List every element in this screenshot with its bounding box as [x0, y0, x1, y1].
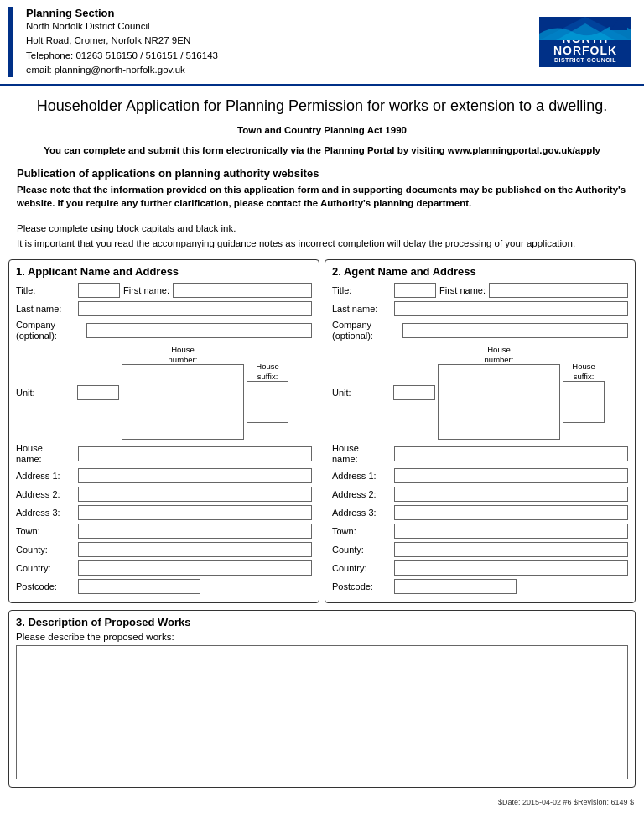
agent-town-row: Town: — [332, 524, 628, 539]
instruction-line2: It is important that you read the accomp… — [17, 237, 627, 251]
agent-company-row: Company(optional): — [332, 320, 628, 341]
section2-agent: 2. Agent Name and Address Title: First n… — [325, 259, 636, 604]
agent-company-input[interactable] — [402, 323, 628, 338]
agent-house-suffix-input[interactable] — [563, 381, 605, 423]
logo-graphic — [539, 17, 631, 40]
page-footer: $Date: 2015-04-02 #6 $Revision: 6149 $ — [0, 795, 644, 810]
agent-address3-input[interactable] — [394, 505, 628, 520]
applicant-postcode-input[interactable] — [78, 579, 200, 594]
publication-heading: Publication of applications on planning … — [17, 167, 627, 180]
section1-heading: 1. Applicant Name and Address — [16, 265, 312, 278]
instruction-line1: Please complete using block capitals and… — [17, 222, 627, 236]
applicant-housename-input[interactable] — [78, 446, 312, 461]
agent-title-input[interactable] — [394, 283, 436, 298]
agent-postcode-row: Postcode: — [332, 579, 628, 594]
applicant-house-suffix-label: Housesuffix: — [256, 362, 278, 381]
page-title: Householder Application for Planning Per… — [0, 86, 644, 122]
publication-section: Publication of applications on planning … — [0, 162, 644, 216]
applicant-county-label: County: — [16, 545, 75, 555]
applicant-title-input[interactable] — [78, 283, 120, 298]
agent-country-input[interactable] — [394, 560, 628, 576]
agent-firstname-input[interactable] — [489, 283, 628, 298]
applicant-country-label: Country: — [16, 563, 75, 573]
section2-heading: 2. Agent Name and Address — [332, 265, 628, 278]
applicant-address3-label: Address 3: — [16, 508, 75, 518]
applicant-lastname-input[interactable] — [78, 301, 312, 316]
applicant-address2-input[interactable] — [78, 487, 312, 502]
applicant-house-number-col: Housenumber: — [122, 345, 244, 440]
agent-housename-row: Housename: — [332, 443, 628, 465]
online-notice: You can complete and submit this form el… — [44, 145, 600, 155]
applicant-address1-input[interactable] — [78, 468, 312, 483]
publication-body: Please note that the information provide… — [17, 183, 627, 210]
agent-unit-input[interactable] — [393, 385, 435, 400]
section3-heading: 3. Description of Proposed Works — [16, 616, 628, 628]
agent-housename-label: Housename: — [332, 443, 391, 465]
agent-address1-input[interactable] — [394, 468, 628, 483]
org-email: email: planning@north-norfolk.gov.uk — [26, 63, 527, 77]
applicant-housename-row: Housename: — [16, 443, 312, 465]
proposed-works-textarea[interactable] — [16, 645, 628, 779]
logo-district-text: DISTRICT COUNCIL — [546, 56, 625, 64]
agent-lastname-label: Last name: — [332, 304, 391, 314]
agent-address3-row: Address 3: — [332, 505, 628, 520]
page-header: Planning Section North Norfolk District … — [0, 0, 644, 86]
applicant-county-input[interactable] — [78, 542, 312, 557]
applicant-lastname-label: Last name: — [16, 304, 75, 314]
agent-lastname-input[interactable] — [394, 301, 628, 316]
agent-house-number-col: Housenumber: — [438, 345, 560, 440]
agent-country-label: Country: — [332, 563, 391, 573]
applicant-address1-row: Address 1: — [16, 468, 312, 483]
agent-postcode-label: Postcode: — [332, 581, 391, 592]
agent-title-firstname-row: Title: First name: — [332, 283, 628, 298]
section3-proposed-works: 3. Description of Proposed Works Please … — [8, 610, 636, 788]
agent-county-input[interactable] — [394, 542, 628, 557]
applicant-postcode-label: Postcode: — [16, 581, 75, 592]
org-department: Planning Section — [26, 7, 527, 19]
applicant-address1-label: Address 1: — [16, 471, 75, 481]
org-telephone: Telephone: 01263 516150 / 516151 / 51614… — [26, 49, 527, 63]
agent-house-suffix-label: Housesuffix: — [572, 362, 595, 381]
applicant-title-label: Title: — [16, 285, 75, 295]
section1-applicant: 1. Applicant Name and Address Title: Fir… — [8, 259, 319, 604]
header-contact-info: Planning Section North Norfolk District … — [21, 7, 527, 77]
agent-postcode-input[interactable] — [394, 579, 517, 594]
applicant-country-row: Country: — [16, 560, 312, 576]
agent-address2-input[interactable] — [394, 487, 628, 502]
applicant-country-input[interactable] — [78, 560, 312, 576]
applicant-town-label: Town: — [16, 526, 75, 536]
org-logo: NORTH NORFOLK DISTRICT COUNCIL — [535, 7, 636, 77]
applicant-unit-input[interactable] — [77, 385, 119, 400]
applicant-address3-row: Address 3: — [16, 505, 312, 520]
applicant-firstname-input[interactable] — [173, 283, 312, 298]
applicant-house-number-input[interactable] — [122, 364, 244, 440]
applicant-town-row: Town: — [16, 524, 312, 539]
header-accent-bar — [8, 7, 13, 77]
org-name: North Norfolk District Council — [26, 19, 527, 34]
applicant-house-suffix-col: Housesuffix: — [247, 362, 288, 423]
agent-address1-label: Address 1: — [332, 471, 391, 481]
agent-house-number-input[interactable] — [438, 364, 560, 440]
agent-address1-row: Address 1: — [332, 468, 628, 483]
agent-address2-label: Address 2: — [332, 489, 391, 499]
agent-housename-input[interactable] — [394, 446, 628, 461]
section3-desc-label: Please describe the proposed works: — [16, 632, 628, 642]
agent-town-input[interactable] — [394, 524, 628, 539]
logo-norfolk-text: NORFOLK — [546, 44, 625, 56]
agent-unit-label: Unit: — [332, 388, 391, 398]
agent-house-suffix-col: Housesuffix: — [563, 362, 605, 423]
agent-unit-row: Unit: Housenumber: Housesuffix: — [332, 345, 628, 440]
applicant-address3-input[interactable] — [78, 505, 312, 520]
applicant-unit-label: Unit: — [16, 388, 75, 398]
agent-address2-row: Address 2: — [332, 487, 628, 502]
applicant-house-number-label: Housenumber: — [169, 345, 198, 364]
applicant-company-label: Company(optional): — [16, 320, 83, 341]
applicant-title-firstname-row: Title: First name: — [16, 283, 312, 298]
org-address: Holt Road, Cromer, Norfolk NR27 9EN — [26, 34, 527, 48]
applicant-address2-label: Address 2: — [16, 489, 75, 499]
applicant-town-input[interactable] — [78, 524, 312, 539]
applicant-house-suffix-input[interactable] — [247, 381, 288, 423]
applicant-company-input[interactable] — [86, 323, 312, 338]
form-columns: 1. Applicant Name and Address Title: Fir… — [0, 259, 644, 604]
agent-firstname-label: First name: — [439, 285, 486, 295]
